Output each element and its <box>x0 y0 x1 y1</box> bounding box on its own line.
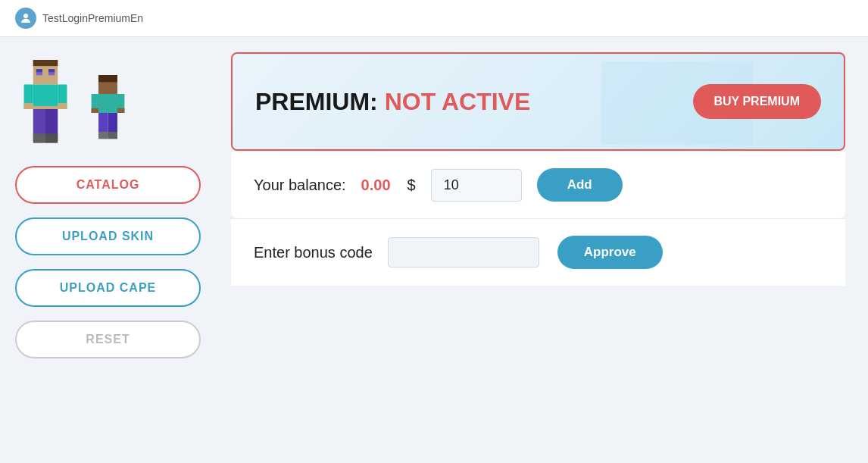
user-avatar-icon <box>15 8 36 29</box>
approve-button[interactable]: Approve <box>557 236 663 269</box>
sidebar-nav: CATALOG UPLOAD SKIN UPLOAD CAPE RESET <box>15 166 201 358</box>
svg-rect-16 <box>33 106 58 109</box>
balance-label: Your balance: <box>254 177 346 194</box>
reset-button[interactable]: RESET <box>15 321 201 358</box>
balance-amount: 0.00 <box>361 177 391 194</box>
add-balance-button[interactable]: Add <box>537 168 623 202</box>
svg-rect-7 <box>33 85 58 110</box>
svg-rect-11 <box>58 103 67 109</box>
upload-skin-button[interactable]: UPLOAD SKIN <box>15 217 201 255</box>
premium-status: NOT ACTIVE <box>385 88 531 115</box>
skin-front <box>15 60 76 143</box>
sidebar: CATALOG UPLOAD SKIN UPLOAD CAPE RESET <box>0 37 216 463</box>
main-layout: CATALOG UPLOAD SKIN UPLOAD CAPE RESET PR… <box>0 37 868 463</box>
balance-section: Your balance: 0.00 $ Add <box>231 151 845 218</box>
svg-rect-27 <box>108 132 118 139</box>
svg-point-0 <box>23 14 28 18</box>
premium-prefix: PREMIUM: <box>255 88 385 115</box>
premium-status-text: PREMIUM: NOT ACTIVE <box>255 88 530 116</box>
svg-rect-19 <box>98 94 117 113</box>
svg-rect-5 <box>36 69 42 72</box>
avatar-area <box>15 52 201 143</box>
user-info: TestLoginPremiumEn <box>15 8 143 29</box>
svg-rect-14 <box>33 134 45 143</box>
svg-rect-22 <box>92 108 98 113</box>
svg-rect-10 <box>24 103 33 109</box>
svg-rect-15 <box>45 134 58 143</box>
balance-currency: $ <box>407 177 416 194</box>
svg-rect-23 <box>117 108 124 113</box>
username-label: TestLoginPremiumEn <box>42 12 143 24</box>
premium-banner: PREMIUM: NOT ACTIVE BUY PREMIUM <box>231 52 845 151</box>
buy-premium-button[interactable]: BUY PREMIUM <box>693 84 822 119</box>
header: TestLoginPremiumEn <box>0 0 868 37</box>
bonus-code-input[interactable] <box>388 237 539 267</box>
bonus-label: Enter bonus code <box>254 244 373 261</box>
svg-rect-26 <box>98 132 108 139</box>
content-area: PREMIUM: NOT ACTIVE BUY PREMIUM Your bal… <box>216 37 868 463</box>
balance-input[interactable] <box>431 169 522 202</box>
catalog-button[interactable]: CATALOG <box>15 166 201 204</box>
skin-back <box>87 75 129 143</box>
svg-rect-18 <box>98 75 117 82</box>
upload-cape-button[interactable]: UPLOAD CAPE <box>15 269 201 307</box>
svg-rect-6 <box>48 69 55 72</box>
svg-rect-2 <box>33 60 58 66</box>
bonus-section: Enter bonus code Approve <box>231 218 845 286</box>
